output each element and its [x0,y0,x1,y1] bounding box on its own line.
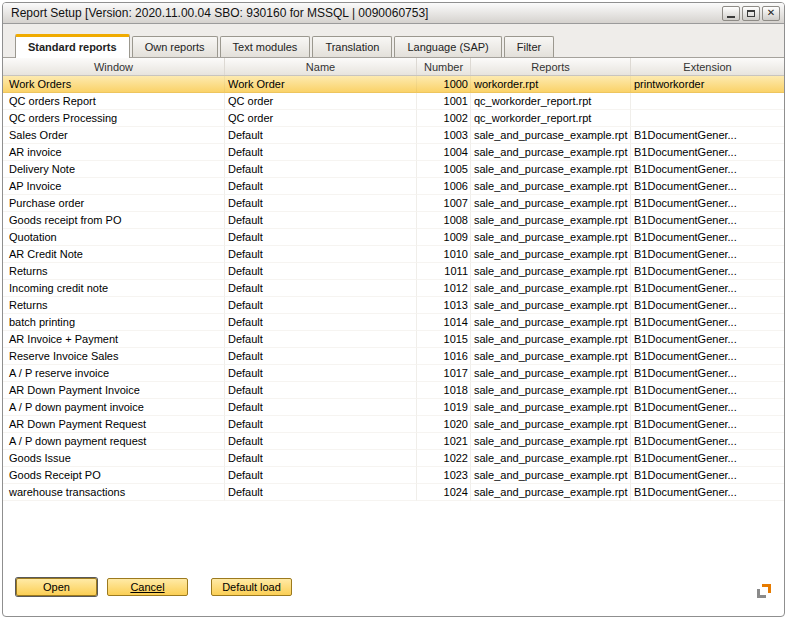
table-row[interactable]: Reserve Invoice SalesDefault1016sale_and… [3,348,784,365]
window-cell: A / P down payment invoice [3,399,225,416]
extension-cell: B1DocumentGener... [631,161,784,178]
column-header-number[interactable]: Number [417,58,471,75]
report-cell: sale_and_purcase_example.rpt [471,331,631,348]
table-row[interactable]: A / P down payment requestDefault1021sal… [3,433,784,450]
number-cell: 1010 [417,246,471,263]
column-header-reports[interactable]: Reports [471,58,631,75]
window-cell: AR Down Payment Request [3,416,225,433]
report-cell: sale_and_purcase_example.rpt [471,212,631,229]
report-cell: sale_and_purcase_example.rpt [471,484,631,501]
table-row[interactable]: QuotationDefault1009sale_and_purcase_exa… [3,229,784,246]
report-cell: sale_and_purcase_example.rpt [471,365,631,382]
table-row[interactable]: A / P reserve invoiceDefault1017sale_and… [3,365,784,382]
report-cell: sale_and_purcase_example.rpt [471,297,631,314]
extension-cell: B1DocumentGener... [631,433,784,450]
number-cell: 1005 [417,161,471,178]
resize-grip-icon[interactable] [757,584,771,598]
number-cell: 1011 [417,263,471,280]
report-cell: sale_and_purcase_example.rpt [471,399,631,416]
tab-text-modules[interactable]: Text modules [220,36,311,57]
number-cell: 1003 [417,127,471,144]
extension-cell [631,110,784,127]
name-cell: Default [225,280,417,297]
extension-cell: B1DocumentGener... [631,365,784,382]
tab-language-sap[interactable]: Language (SAP) [394,36,501,57]
table-row[interactable]: Goods receipt from PODefault1008sale_and… [3,212,784,229]
report-cell: sale_and_purcase_example.rpt [471,433,631,450]
close-button[interactable]: ✕ [762,6,780,21]
table-body: Work OrdersWork Order1000workorder.rptpr… [3,76,784,501]
table-row[interactable]: warehouse transactionsDefault1024sale_an… [3,484,784,501]
name-cell: Default [225,331,417,348]
minimize-icon [727,16,735,18]
table-row[interactable]: Goods Receipt PODefault1023sale_and_purc… [3,467,784,484]
extension-cell: B1DocumentGener... [631,399,784,416]
number-cell: 1013 [417,297,471,314]
table-row[interactable]: AR invoiceDefault1004sale_and_purcase_ex… [3,144,784,161]
maximize-button[interactable] [742,6,760,21]
table-row[interactable]: Goods IssueDefault1022sale_and_purcase_e… [3,450,784,467]
table-row[interactable]: Purchase orderDefault1007sale_and_purcas… [3,195,784,212]
number-cell: 1020 [417,416,471,433]
tab-standard-reports[interactable]: Standard reports [15,34,130,58]
window-cell: AR Down Payment Invoice [3,382,225,399]
name-cell: Default [225,229,417,246]
table-row[interactable]: Work OrdersWork Order1000workorder.rptpr… [3,76,784,93]
number-cell: 1016 [417,348,471,365]
name-cell: Default [225,348,417,365]
table-row[interactable]: AR Invoice + PaymentDefault1015sale_and_… [3,331,784,348]
extension-cell: B1DocumentGener... [631,178,784,195]
extension-cell: B1DocumentGener... [631,229,784,246]
table-row[interactable]: QC orders ReportQC order1001qc_workorder… [3,93,784,110]
table-row[interactable]: AR Credit NoteDefault1010sale_and_purcas… [3,246,784,263]
cancel-button[interactable]: Cancel [107,578,188,596]
table-row[interactable]: ReturnsDefault1011sale_and_purcase_examp… [3,263,784,280]
table-row[interactable]: AR Down Payment InvoiceDefault1018sale_a… [3,382,784,399]
window-cell: A / P reserve invoice [3,365,225,382]
report-cell: workorder.rpt [471,76,631,93]
table-row[interactable]: AR Down Payment RequestDefault1020sale_a… [3,416,784,433]
number-cell: 1019 [417,399,471,416]
report-cell: sale_and_purcase_example.rpt [471,280,631,297]
default-load-button[interactable]: Default load [211,578,292,596]
title-bar: Report Setup [Version: 2020.11.00.04 SBO… [3,3,784,24]
column-header-name[interactable]: Name [225,58,417,75]
number-cell: 1009 [417,229,471,246]
name-cell: Default [225,467,417,484]
table-row[interactable]: QC orders ProcessingQC order1002qc_worko… [3,110,784,127]
table-row[interactable]: Sales OrderDefault1003sale_and_purcase_e… [3,127,784,144]
tab-own-reports[interactable]: Own reports [132,36,218,57]
table-header: WindowNameNumberReportsExtension [3,58,784,76]
name-cell: Default [225,314,417,331]
minimize-button[interactable] [722,6,740,21]
window-cell: Quotation [3,229,225,246]
name-cell: Work Order [225,76,417,93]
extension-cell: B1DocumentGener... [631,348,784,365]
tab-translation[interactable]: Translation [312,36,392,57]
number-cell: 1004 [417,144,471,161]
window-cell: Goods receipt from PO [3,212,225,229]
report-cell: sale_and_purcase_example.rpt [471,161,631,178]
report-cell: sale_and_purcase_example.rpt [471,348,631,365]
extension-cell: B1DocumentGener... [631,195,784,212]
number-cell: 1015 [417,331,471,348]
window-cell: Sales Order [3,127,225,144]
column-header-window[interactable]: Window [3,58,225,75]
extension-cell: B1DocumentGener... [631,297,784,314]
column-header-extension[interactable]: Extension [631,58,784,75]
table-row[interactable]: ReturnsDefault1013sale_and_purcase_examp… [3,297,784,314]
report-cell: qc_workorder_report.rpt [471,110,631,127]
open-button[interactable]: Open [16,578,97,596]
table-row[interactable]: AP InvoiceDefault1006sale_and_purcase_ex… [3,178,784,195]
window-cell: Delivery Note [3,161,225,178]
table-row[interactable]: Delivery NoteDefault1005sale_and_purcase… [3,161,784,178]
name-cell: Default [225,263,417,280]
table-row[interactable]: batch printingDefault1014sale_and_purcas… [3,314,784,331]
table-row[interactable]: Incoming credit noteDefault1012sale_and_… [3,280,784,297]
table-row[interactable]: A / P down payment invoiceDefault1019sal… [3,399,784,416]
number-cell: 1023 [417,467,471,484]
name-cell: Default [225,382,417,399]
tab-filter[interactable]: Filter [504,36,554,57]
name-cell: Default [225,178,417,195]
extension-cell: B1DocumentGener... [631,331,784,348]
